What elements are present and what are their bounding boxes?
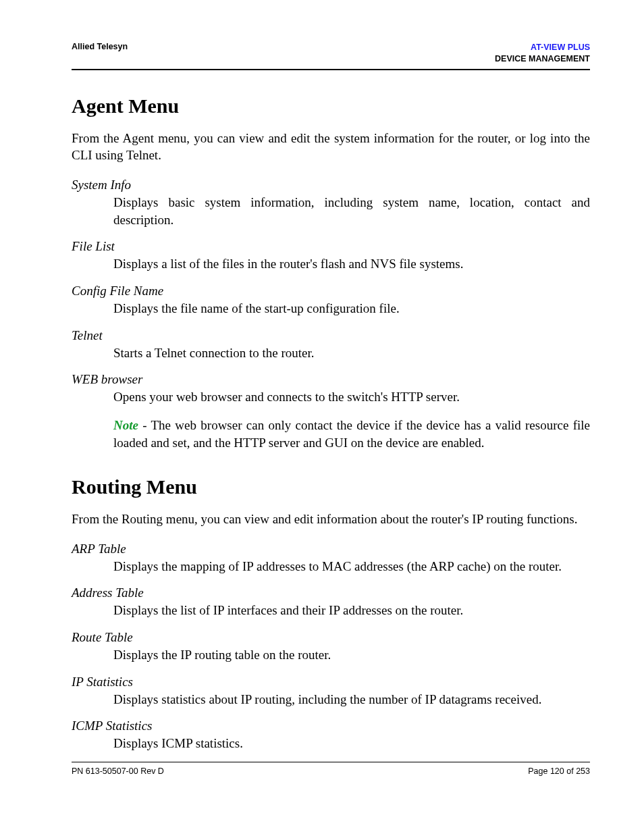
entry-arp-table: ARP Table Displays the mapping of IP add… (72, 542, 590, 575)
entry-desc: Displays the IP routing table on the rou… (113, 646, 590, 664)
entry-web-browser: WEB browser Opens your web browser and c… (72, 372, 590, 451)
document-page: Allied Telesyn AT-VIEW PLUS DEVICE MANAG… (0, 0, 644, 834)
entry-desc: Displays the mapping of IP addresses to … (113, 558, 590, 575)
entry-system-info: System Info Displays basic system inform… (72, 178, 590, 228)
entry-term: Config File Name (72, 284, 590, 298)
header-company: Allied Telesyn (72, 42, 128, 51)
page-footer: PN 613-50507-00 Rev D Page 120 of 253 (72, 762, 590, 776)
entry-config-file-name: Config File Name Displays the file name … (72, 284, 590, 317)
entry-desc: Displays a list of the files in the rout… (113, 255, 590, 273)
header-product: AT-VIEW PLUS DEVICE MANAGEMENT (495, 42, 590, 65)
entry-desc: Displays the file name of the start-up c… (113, 300, 590, 317)
entry-file-list: File List Displays a list of the files i… (72, 239, 590, 273)
entry-ip-statistics: IP Statistics Displays statistics about … (72, 675, 590, 708)
entry-icmp-statistics: ICMP Statistics Displays ICMP statistics… (72, 719, 590, 752)
entry-desc: Opens your web browser and connects to t… (113, 388, 590, 406)
page-header: Allied Telesyn AT-VIEW PLUS DEVICE MANAG… (72, 42, 590, 70)
entry-term: IP Statistics (72, 675, 590, 689)
entry-term: Telnet (72, 328, 590, 343)
entry-term: Route Table (72, 630, 590, 645)
note-label: Note (113, 418, 138, 432)
entry-desc: Displays ICMP statistics. (113, 735, 590, 752)
entry-desc: Displays statistics about IP routing, in… (113, 691, 590, 708)
entry-term: File List (72, 239, 590, 254)
note-text: - The web browser can only contact the d… (113, 418, 590, 450)
entry-telnet: Telnet Starts a Telnet connection to the… (72, 328, 590, 362)
header-section-name: DEVICE MANAGEMENT (495, 53, 590, 65)
note-block: Note - The web browser can only contact … (113, 417, 590, 451)
entry-term: ARP Table (72, 542, 590, 556)
entry-term: ICMP Statistics (72, 719, 590, 733)
entry-desc: Displays basic system information, inclu… (113, 194, 590, 228)
entry-desc: Displays the list of IP interfaces and t… (113, 602, 590, 619)
entry-term: WEB browser (72, 372, 590, 387)
footer-page-number: Page 120 of 253 (528, 766, 590, 776)
agent-menu-intro: From the Agent menu, you can view and ed… (72, 130, 590, 164)
entry-desc: Starts a Telnet connection to the router… (113, 344, 590, 362)
entry-term: Address Table (72, 585, 590, 600)
agent-menu-heading: Agent Menu (72, 95, 590, 118)
entry-term: System Info (72, 178, 590, 192)
routing-menu-intro: From the Routing menu, you can view and … (72, 511, 590, 528)
entry-route-table: Route Table Displays the IP routing tabl… (72, 630, 590, 664)
header-product-name: AT-VIEW PLUS (495, 42, 590, 53)
entry-address-table: Address Table Displays the list of IP in… (72, 585, 590, 619)
routing-menu-heading: Routing Menu (72, 475, 590, 498)
footer-part-number: PN 613-50507-00 Rev D (72, 766, 164, 776)
